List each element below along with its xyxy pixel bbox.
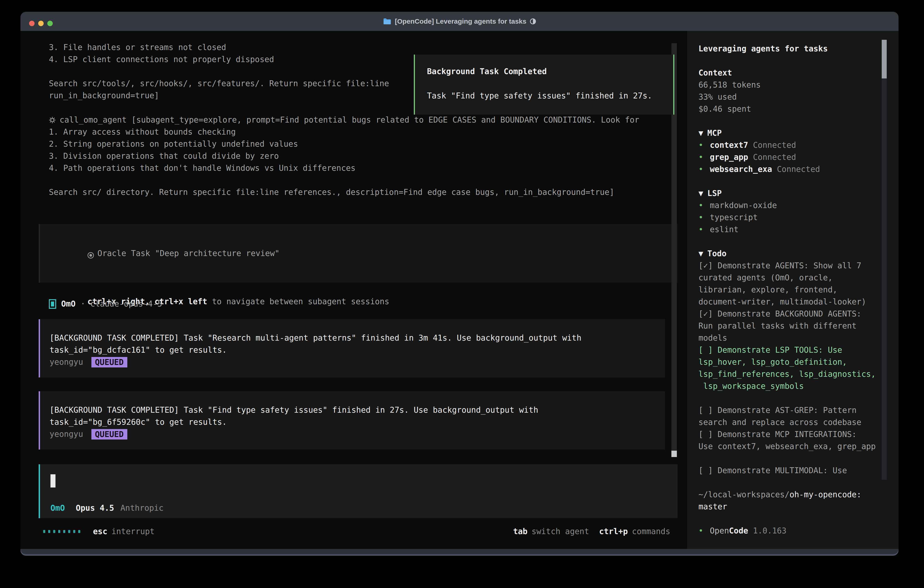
- model-info-row: OmO Opus 4.5 Anthropic: [51, 502, 163, 514]
- lsp-item: •markdown-oxide: [698, 200, 879, 211]
- terminal-line: Search src/ directory. Return specific f…: [49, 186, 639, 198]
- terminal-output-top: 3. File handles or streams not closed 4.…: [49, 41, 389, 102]
- terminal-line: 2. String operations on potentially unde…: [49, 138, 639, 150]
- status-dot-icon: •: [698, 139, 710, 151]
- terminal-line: Search src/tools/, src/hooks/, src/featu…: [49, 78, 389, 89]
- terminal-line: [49, 66, 389, 78]
- agent-model: claude-opus-4-5: [90, 298, 162, 310]
- todo-line-done: curated agents (OmO, oracle,: [698, 272, 879, 284]
- half-circle-icon: [530, 18, 536, 24]
- ctrlp-key-label: commands: [632, 525, 670, 537]
- oracle-task-title: Oracle Task "Deep architecture review": [97, 249, 280, 258]
- input-model-name[interactable]: Opus 4.5: [76, 502, 114, 514]
- sidebar-scrollbar-thumb[interactable]: [882, 40, 887, 78]
- workspace-path: ~/local-workspaces/oh-my-opencode:: [698, 489, 879, 501]
- traffic-lights: [29, 21, 53, 26]
- todo-line-done: librarian, explore, frontend,: [698, 284, 879, 296]
- context-tokens: 66,518 tokens: [698, 79, 879, 91]
- main-scrollbar-thumb[interactable]: [672, 451, 677, 457]
- prompt-input[interactable]: OmO Opus 4.5 Anthropic: [39, 464, 678, 518]
- todo-line-active: [ ] Demonstrate LSP TOOLS: Use: [698, 344, 879, 356]
- message-line: [BACKGROUND TASK COMPLETED] Task "Find t…: [50, 404, 665, 416]
- input-provider-name: Anthropic: [120, 502, 164, 514]
- status-left-group: esc interrupt: [43, 525, 155, 537]
- background-task-message: [BACKGROUND TASK COMPLETED] Task "Find t…: [39, 391, 665, 449]
- sidebar-scrollbar-track[interactable]: [882, 78, 887, 480]
- context-used: 33% used: [698, 91, 879, 103]
- message-line: task_id="bg_6f59260c" to get results.: [50, 416, 665, 428]
- status-bar: esc interrupt tab switch agent ctrl+p co…: [20, 525, 687, 537]
- chevron-down-icon: ▼: [698, 189, 703, 198]
- message-author: yeongyu: [50, 356, 83, 368]
- close-window-button[interactable]: [29, 21, 35, 26]
- chevron-down-icon: ▼: [698, 249, 703, 258]
- zoom-window-button[interactable]: [47, 21, 53, 26]
- background-task-toast: Background Task Completed Task "Find typ…: [414, 55, 674, 115]
- chevron-down-icon: ▼: [698, 129, 703, 137]
- ctrlp-key-hint[interactable]: ctrl+p: [599, 525, 628, 537]
- text-cursor: [51, 474, 56, 487]
- todo-line-done: [✓] Demonstrate BACKGROUND AGENTS:: [698, 308, 879, 320]
- hint-text: to navigate between subagent sessions: [207, 297, 389, 306]
- fisheye-icon: [87, 252, 94, 259]
- status-dot-icon: •: [698, 151, 710, 163]
- lsp-section-header[interactable]: ▼LSP: [698, 187, 879, 200]
- message-line: [BACKGROUND TASK COMPLETED] Task "Resear…: [50, 332, 665, 344]
- terminal-line: 3. Division operations that could divide…: [49, 150, 639, 162]
- terminal-main-area: 3. File handles or streams not closed 4.…: [20, 31, 687, 549]
- todo-line-pending: [ ] Demonstrate MCP INTEGRATIONS:: [698, 428, 879, 441]
- message-meta-row: yeongyu QUEUED: [50, 428, 665, 440]
- version-line: •OpenCode 1.0.163: [698, 525, 879, 537]
- window-bottom-frame: [20, 549, 899, 556]
- mcp-item: •websearch_exa Connected: [698, 163, 879, 175]
- tab-key-hint[interactable]: tab: [513, 525, 528, 537]
- todo-line-pending: [ ] Demonstrate AST-GREP: Pattern: [698, 404, 879, 416]
- tool-call-text: call_omo_agent [subagent_type=explore, p…: [59, 114, 639, 126]
- queued-status-badge: QUEUED: [91, 429, 127, 439]
- tool-call-block: call_omo_agent [subagent_type=explore, p…: [49, 114, 639, 198]
- input-agent-name: OmO: [51, 502, 65, 514]
- agent-separator: ·: [81, 298, 85, 310]
- status-dot-icon: •: [698, 223, 710, 236]
- todo-line-done: document-writer, multimodal-looker): [698, 296, 879, 308]
- status-dot-icon: •: [698, 200, 710, 211]
- window-title: [OpenCode] Leveraging agents for tasks: [395, 18, 526, 25]
- workspace-branch: master: [698, 501, 879, 513]
- queued-status-badge: QUEUED: [91, 357, 127, 367]
- terminal-line: [49, 174, 639, 186]
- status-dot-icon: •: [698, 525, 710, 537]
- folder-icon: [383, 18, 391, 25]
- todo-section-header[interactable]: ▼Todo: [698, 248, 879, 260]
- oracle-task-title-line: Oracle Task "Deep architecture review": [49, 235, 678, 271]
- todo-line-pending: Use context7, websearch_exa, grep_app: [698, 441, 879, 453]
- mcp-section-header[interactable]: ▼MCP: [698, 127, 879, 139]
- window-titlebar: [OpenCode] Leveraging agents for tasks: [20, 12, 899, 31]
- todo-line-active: lsp_workspace_symbols: [698, 380, 879, 392]
- esc-key-hint[interactable]: esc: [93, 525, 107, 537]
- terminal-line: 4. LSP client connections not properly d…: [49, 53, 389, 66]
- todo-line-active: lsp_find_references, lsp_diagnostics,: [698, 368, 879, 380]
- context-spent: $0.46 spent: [698, 103, 879, 115]
- todo-line-pending: [ ] Demonstrate MULTIMODAL: Use: [698, 464, 879, 477]
- mcp-item: •context7 Connected: [698, 139, 879, 151]
- status-dot-icon: •: [698, 163, 710, 175]
- oracle-task-panel[interactable]: Oracle Task "Deep architecture review" c…: [39, 224, 678, 282]
- todo-line-active: lsp_hover, lsp_goto_definition,: [698, 356, 879, 368]
- agent-name: OmO: [61, 298, 76, 310]
- toast-title: Background Task Completed: [427, 66, 673, 78]
- tab-key-label: switch agent: [531, 525, 589, 537]
- message-line: task_id="bg_dcfac161" to get results.: [50, 344, 665, 356]
- background-task-message: [BACKGROUND TASK COMPLETED] Task "Resear…: [39, 319, 665, 377]
- lsp-item: •eslint: [698, 223, 879, 236]
- message-meta-row: yeongyu QUEUED: [50, 356, 665, 368]
- minimize-window-button[interactable]: [38, 21, 44, 26]
- lsp-item: •typescript: [698, 211, 879, 223]
- todo-line-done: models: [698, 332, 879, 344]
- esc-key-label: interrupt: [111, 525, 155, 537]
- message-author: yeongyu: [50, 428, 83, 440]
- status-dot-icon: •: [698, 211, 710, 223]
- terminal-line: run_in_background=true]: [49, 89, 389, 102]
- todo-line-done: Run parallel tasks with different: [698, 320, 879, 332]
- terminal-line: 4. Path operations that don't handle Win…: [49, 162, 639, 174]
- mcp-item: •grep_app Connected: [698, 151, 879, 163]
